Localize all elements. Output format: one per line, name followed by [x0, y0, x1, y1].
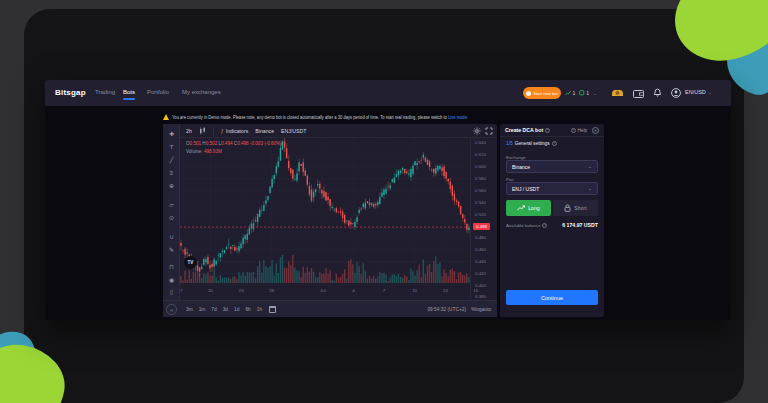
chart-up-icon — [565, 90, 571, 96]
panel-title: Create DCA bot — [505, 127, 543, 133]
draw-tool-icon[interactable]: ✎ — [163, 245, 180, 256]
close-panel-icon[interactable]: ✕ — [592, 127, 599, 134]
lock-tool-icon[interactable]: ⊓ — [163, 262, 180, 273]
price-tick: 0.620 — [475, 152, 486, 157]
top-navbar: Bitsgap TradingBotsPortfolioMy exchanges… — [45, 80, 731, 106]
nav-item-my-exchanges[interactable]: My exchanges — [182, 89, 221, 95]
range-3d-button[interactable]: 3d — [223, 307, 228, 312]
bot-icon — [526, 91, 531, 96]
nav-item-trading[interactable]: Trading — [95, 89, 115, 95]
range-1d-button[interactable]: 1d — [234, 307, 239, 312]
step-indicator: 1/5 General settings ? — [506, 141, 557, 146]
balance-value: 6 174.97 USDT — [562, 222, 598, 228]
rewards-icon[interactable] — [611, 88, 624, 98]
calendar-icon[interactable] — [269, 306, 276, 313]
navbar-icons — [611, 85, 681, 101]
time-tick: 20 — [208, 288, 213, 293]
crosshair-tool-icon[interactable]: ✚ — [163, 129, 180, 140]
locale-selector[interactable]: EN/USD ⌄ — [685, 89, 712, 95]
time-tick: 7 — [383, 288, 385, 293]
time-tick: Jul — [320, 288, 326, 293]
range-3m-button[interactable]: 3m — [186, 307, 193, 312]
pair-button[interactable]: ENJ/USDT — [281, 128, 306, 134]
trash-tool-icon[interactable]: ▯ — [163, 287, 180, 298]
scale-buttons: %logauto — [471, 307, 491, 312]
exchange-button[interactable]: Binance — [255, 128, 274, 134]
create-dca-bot-panel: Create DCA bot ? ? Help ✕ 1/5 General se… — [500, 124, 604, 317]
chart-toolbar: 2h ƒ Indicators Binance ENJ/USDT — [180, 124, 497, 138]
time-tick: 13 — [443, 288, 448, 293]
price-tick: 0.520 — [475, 212, 486, 217]
active-deals-indicator[interactable]: 1 — [579, 90, 589, 96]
account-avatar-icon[interactable] — [671, 88, 681, 98]
trendline-tool-icon[interactable]: ╱ — [163, 155, 180, 166]
wallet-icon[interactable] — [633, 89, 644, 98]
chart-type-icon[interactable] — [199, 127, 206, 135]
time-tick: 16 — [473, 288, 478, 293]
step-title: General settings — [515, 141, 550, 146]
trend-up-icon — [517, 205, 525, 211]
price-tick: 0.460 — [475, 247, 486, 252]
available-balance-row: Available balance ? 6 174.97 USDT — [506, 222, 598, 228]
clock-label[interactable]: 09:54:32 (UTC+2) — [427, 307, 466, 312]
shapes-tool-icon[interactable]: ⊕ — [163, 181, 180, 192]
ideas-bulb-icon[interactable]: ☼ — [166, 304, 177, 315]
eye-tool-icon[interactable]: ◉ — [163, 275, 180, 286]
chart-panel: ✚T╱≡⊕▱⊙∪✎⊓◉▯ 2h ƒ Indicators Binance ENJ… — [163, 124, 497, 317]
chevron-down-icon[interactable]: ⌄ — [593, 90, 597, 96]
fib-retracement-tool-icon[interactable]: ≡ — [163, 168, 180, 179]
price-axis[interactable]: 0.6400.6200.6000.5800.5600.5400.5200.480… — [470, 138, 497, 298]
timeframe-button[interactable]: 2h — [186, 128, 192, 134]
expand-chart-icon[interactable] — [485, 127, 493, 135]
pair-value: ENJ / USDT — [512, 186, 539, 192]
help-button[interactable]: ? Help — [571, 128, 587, 133]
range-6h-button[interactable]: 6h — [245, 307, 250, 312]
price-tick: 0.640 — [475, 140, 486, 145]
price-tick: 0.440 — [475, 259, 486, 264]
balance-help-icon[interactable]: ? — [542, 223, 547, 228]
long-button[interactable]: Long — [506, 200, 551, 216]
live-mode-link[interactable]: Live mode. — [448, 114, 468, 120]
notifications-bell-icon[interactable] — [653, 88, 662, 98]
nav-item-bots[interactable]: Bots — [123, 89, 135, 95]
continue-button[interactable]: Continue — [506, 290, 598, 305]
auto-scale-button[interactable]: auto — [482, 307, 491, 312]
text-tool-icon[interactable]: T — [163, 142, 180, 153]
ruler-tool-icon[interactable]: ▱ — [163, 200, 180, 211]
lock-icon — [564, 204, 571, 212]
locale-label: EN/USD — [685, 89, 706, 95]
indicators-button[interactable]: ƒ Indicators — [221, 128, 249, 134]
range-1h-button[interactable]: 1h — [257, 307, 262, 312]
help-circle-icon: ? — [571, 128, 576, 133]
start-new-bot-label: Start new bot — [533, 91, 558, 96]
balance-label: Available balance ? — [506, 223, 547, 228]
function-icon: ƒ — [221, 128, 224, 134]
exchange-select[interactable]: Binance ⌄ — [506, 160, 598, 173]
banner-text: You are currently in Demo mode. Please n… — [172, 114, 448, 120]
range-7d-button[interactable]: 7d — [211, 307, 216, 312]
chart-settings-gear-icon[interactable] — [473, 127, 481, 135]
step-number: 1/5 — [506, 141, 513, 146]
start-new-bot-button[interactable]: Start new bot — [523, 87, 561, 99]
active-bots-indicator[interactable]: 1 — [565, 90, 575, 96]
zoom-tool-icon[interactable]: ⊙ — [163, 213, 180, 224]
title-help-icon[interactable]: ? — [545, 128, 550, 133]
chart-bottom-toolbar: ☼ 3m1m7d3d1d6h1h 09:54:32 (UTC+2) %logau… — [163, 300, 497, 317]
short-button[interactable]: Short — [553, 200, 598, 216]
range-1m-button[interactable]: 1m — [199, 307, 206, 312]
activity-indicators[interactable]: 11⌄ — [565, 87, 597, 99]
chevron-down-icon: ⌄ — [708, 89, 712, 95]
nav-item-portfolio[interactable]: Portfolio — [147, 89, 169, 95]
help-label: Help — [578, 128, 587, 133]
price-tick: 0.480 — [475, 235, 486, 240]
magnet-tool-icon[interactable]: ∪ — [163, 232, 180, 243]
price-tick: 0.580 — [475, 176, 486, 181]
candlestick-chart[interactable] — [180, 138, 470, 283]
pair-select[interactable]: ENJ / USDT ⌄ — [506, 182, 598, 195]
tradingview-logo[interactable]: TV — [184, 256, 197, 269]
bitsgap-logo[interactable]: Bitsgap — [55, 88, 86, 97]
square-icon — [579, 90, 585, 96]
price-tick: 0.540 — [475, 200, 486, 205]
step-help-icon[interactable]: ? — [552, 141, 557, 146]
time-axis[interactable]: 17202326Jul47101316 — [180, 283, 480, 298]
